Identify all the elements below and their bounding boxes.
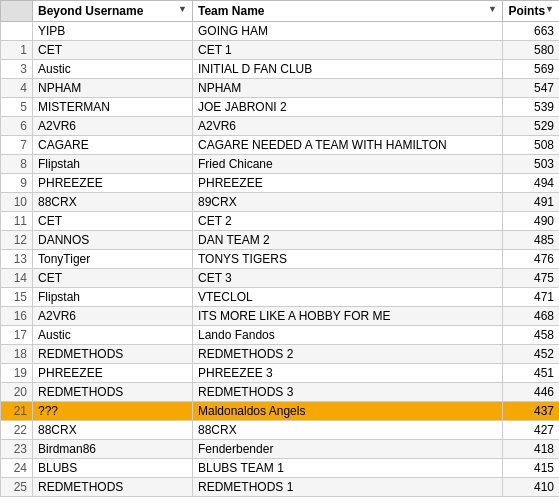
table-row: YIPBGOING HAM663 xyxy=(1,22,560,41)
username-cell: A2VR6 xyxy=(33,117,193,136)
points-cell: 471 xyxy=(503,288,560,307)
username-cell: ??? xyxy=(33,402,193,421)
team-header[interactable]: Team Name ▼ xyxy=(193,1,503,22)
rank-cell xyxy=(1,22,33,41)
table-row: 4NPHAMNPHAM547 xyxy=(1,79,560,98)
username-cell: Flipstah xyxy=(33,288,193,307)
username-cell: BLUBS xyxy=(33,459,193,478)
team-cell: 88CRX xyxy=(193,421,503,440)
team-cell: REDMETHODS 2 xyxy=(193,345,503,364)
username-cell: CET xyxy=(33,212,193,231)
points-cell: 529 xyxy=(503,117,560,136)
points-cell: 580 xyxy=(503,41,560,60)
username-header[interactable]: Beyond Username ▼ xyxy=(33,1,193,22)
team-filter-icon[interactable]: ▼ xyxy=(488,4,497,14)
table-row: 23Birdman86Fenderbender418 xyxy=(1,440,560,459)
table-row: 5MISTERMANJOE JABRONI 2539 xyxy=(1,98,560,117)
table-row: 7CAGARECAGARE NEEDED A TEAM WITH HAMILTO… xyxy=(1,136,560,155)
team-cell: CET 3 xyxy=(193,269,503,288)
team-cell: PHREEZEE 3 xyxy=(193,364,503,383)
team-cell: PHREEZEE xyxy=(193,174,503,193)
team-cell: JOE JABRONI 2 xyxy=(193,98,503,117)
points-cell: 415 xyxy=(503,459,560,478)
username-cell: CET xyxy=(33,41,193,60)
table-row: 12DANNOSDAN TEAM 2485 xyxy=(1,231,560,250)
table-row: 11CETCET 2490 xyxy=(1,212,560,231)
username-cell: Austic xyxy=(33,60,193,79)
rank-cell: 3 xyxy=(1,60,33,79)
rank-cell: 14 xyxy=(1,269,33,288)
table-row: 15FlipstahVTECLOL471 xyxy=(1,288,560,307)
username-cell: PHREEZEE xyxy=(33,174,193,193)
username-cell: NPHAM xyxy=(33,79,193,98)
username-cell: 88CRX xyxy=(33,193,193,212)
team-cell: BLUBS TEAM 1 xyxy=(193,459,503,478)
team-cell: REDMETHODS 3 xyxy=(193,383,503,402)
table-row: 18REDMETHODSREDMETHODS 2452 xyxy=(1,345,560,364)
rank-cell: 17 xyxy=(1,326,33,345)
username-cell: Birdman86 xyxy=(33,440,193,459)
username-header-label: Beyond Username xyxy=(38,4,143,18)
leaderboard-table: Beyond Username ▼ Team Name ▼ Points ▼ Y… xyxy=(0,0,559,497)
username-cell: A2VR6 xyxy=(33,307,193,326)
points-cell: 490 xyxy=(503,212,560,231)
rank-cell: 12 xyxy=(1,231,33,250)
username-cell: TonyTiger xyxy=(33,250,193,269)
rank-cell: 13 xyxy=(1,250,33,269)
rank-cell: 15 xyxy=(1,288,33,307)
rank-cell: 23 xyxy=(1,440,33,459)
rank-cell: 19 xyxy=(1,364,33,383)
points-cell: 547 xyxy=(503,79,560,98)
points-filter-icon[interactable]: ▼ xyxy=(545,4,554,14)
rank-cell: 9 xyxy=(1,174,33,193)
rank-cell: 18 xyxy=(1,345,33,364)
table-row: 20REDMETHODSREDMETHODS 3446 xyxy=(1,383,560,402)
username-filter-icon[interactable]: ▼ xyxy=(178,4,187,14)
table-row: 1088CRX89CRX491 xyxy=(1,193,560,212)
points-cell: 485 xyxy=(503,231,560,250)
rank-cell: 1 xyxy=(1,41,33,60)
points-cell: 437 xyxy=(503,402,560,421)
rank-cell: 21 xyxy=(1,402,33,421)
team-cell: CAGARE NEEDED A TEAM WITH HAMILTON xyxy=(193,136,503,155)
points-cell: 446 xyxy=(503,383,560,402)
rank-cell: 25 xyxy=(1,478,33,497)
rank-cell: 24 xyxy=(1,459,33,478)
points-cell: 569 xyxy=(503,60,560,79)
points-cell: 458 xyxy=(503,326,560,345)
points-cell: 663 xyxy=(503,22,560,41)
points-cell: 452 xyxy=(503,345,560,364)
username-cell: REDMETHODS xyxy=(33,383,193,402)
table-row: 2288CRX88CRX427 xyxy=(1,421,560,440)
points-header-label: Points xyxy=(508,4,545,18)
rank-cell: 5 xyxy=(1,98,33,117)
points-cell: 494 xyxy=(503,174,560,193)
username-cell: REDMETHODS xyxy=(33,345,193,364)
table-row: 19PHREEZEEPHREEZEE 3451 xyxy=(1,364,560,383)
points-cell: 475 xyxy=(503,269,560,288)
team-cell: REDMETHODS 1 xyxy=(193,478,503,497)
username-cell: CET xyxy=(33,269,193,288)
points-header[interactable]: Points ▼ xyxy=(503,1,560,22)
username-cell: DANNOS xyxy=(33,231,193,250)
team-cell: ITS MORE LIKE A HOBBY FOR ME xyxy=(193,307,503,326)
team-cell: CET 2 xyxy=(193,212,503,231)
team-cell: DAN TEAM 2 xyxy=(193,231,503,250)
points-cell: 451 xyxy=(503,364,560,383)
username-cell: REDMETHODS xyxy=(33,478,193,497)
points-cell: 468 xyxy=(503,307,560,326)
leaderboard-table-container: Beyond Username ▼ Team Name ▼ Points ▼ Y… xyxy=(0,0,559,497)
username-cell: 88CRX xyxy=(33,421,193,440)
points-cell: 539 xyxy=(503,98,560,117)
username-cell: PHREEZEE xyxy=(33,364,193,383)
username-cell: YIPB xyxy=(33,22,193,41)
points-cell: 427 xyxy=(503,421,560,440)
table-row: 14CETCET 3475 xyxy=(1,269,560,288)
points-cell: 476 xyxy=(503,250,560,269)
points-cell: 491 xyxy=(503,193,560,212)
username-cell: Flipstah xyxy=(33,155,193,174)
table-row: 25REDMETHODSREDMETHODS 1410 xyxy=(1,478,560,497)
team-cell: GOING HAM xyxy=(193,22,503,41)
team-cell: 89CRX xyxy=(193,193,503,212)
table-row: 16A2VR6ITS MORE LIKE A HOBBY FOR ME468 xyxy=(1,307,560,326)
